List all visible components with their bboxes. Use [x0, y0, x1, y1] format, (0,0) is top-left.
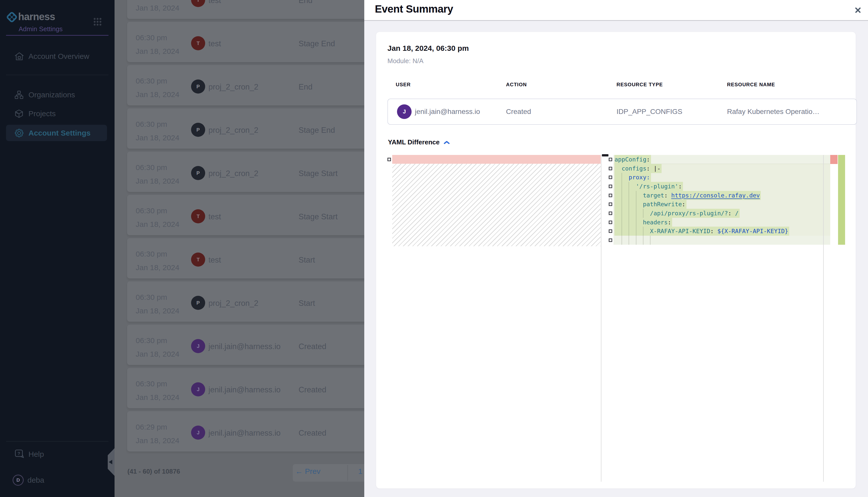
diff-gutter-square-icon [609, 221, 612, 224]
row-action: Stage Start [299, 169, 337, 178]
code-token-punctuation: : [728, 210, 735, 217]
pagination-prev-button[interactable]: ← Prev [295, 467, 320, 475]
row-date: Jan 18, 2024 [136, 177, 179, 185]
row-action: End [299, 0, 313, 5]
module-grid-icon[interactable] [93, 17, 102, 26]
projects-icon [15, 110, 24, 118]
row-date: Jan 18, 2024 [136, 133, 179, 142]
event-date: Jan 18, 2024, 06:30 pm [387, 44, 469, 53]
diff-inserted-chunk: configs: |- [615, 164, 662, 173]
row-action: Start [299, 299, 315, 308]
sidebar-item-organizations[interactable]: Organizations [0, 86, 114, 104]
column-header-action: ACTION [506, 82, 527, 87]
diff-gutter-square-icon [609, 175, 612, 179]
user-name: deba [27, 476, 44, 484]
row-user: proj_2_cron_2 [208, 83, 258, 91]
help-chat-icon: ? [15, 449, 24, 459]
row-user: test [208, 0, 221, 5]
row-action: Stage End [299, 126, 335, 135]
diff-inserted-chunk: X-RAFAY-API-KEYID: ${X-RAFAY-API-KEYID} [615, 227, 789, 236]
sidebar-item-label: Account Settings [28, 129, 91, 137]
event-resource-type: IDP_APP_CONFIGS [617, 108, 682, 116]
event-module: Module: N/A [387, 57, 424, 65]
diff-code-line: X-RAFAY-API-KEYID: ${X-RAFAY-API-KEYID} [615, 227, 830, 236]
pagination-page-1-button[interactable]: 1 [358, 467, 362, 475]
row-avatar: T [191, 36, 205, 50]
row-avatar: J [191, 339, 205, 353]
row-date: Jan 18, 2024 [136, 307, 179, 315]
row-action: Stage Start [299, 212, 337, 221]
code-token-punctuation: : [710, 228, 717, 235]
row-date: Jan 18, 2024 [136, 350, 179, 358]
sidebar-user[interactable]: D deba [0, 471, 114, 489]
diff-code-line: pathRewrite: [615, 200, 830, 209]
column-header-resource-type: RESOURCE TYPE [617, 82, 663, 87]
sidebar-item-help[interactable]: ? Help [0, 445, 114, 463]
code-token-key: pathRewrite [615, 201, 682, 208]
row-time: 06:30 pm [136, 207, 167, 215]
sidebar-item-label: Help [28, 450, 44, 458]
home-icon [15, 52, 24, 61]
row-time: 06:30 pm [136, 120, 167, 129]
event-resource-name: Rafay Kubernetes Operatio… [727, 108, 819, 116]
row-date: Jan 18, 2024 [136, 47, 179, 56]
row-avatar: T [191, 253, 205, 267]
row-action: Created [299, 342, 326, 351]
sidebar: harness Admin Settings Account Overview [0, 0, 114, 497]
event-user-avatar: J [397, 104, 412, 119]
logo-text: harness [18, 11, 55, 23]
row-time: 06:29 pm [136, 423, 167, 431]
row-avatar: J [191, 426, 205, 440]
sidebar-item-label: Projects [28, 110, 56, 118]
row-avatar: P [191, 80, 205, 94]
row-user: test [208, 256, 221, 265]
row-time: 06:30 pm [136, 33, 167, 42]
diff-code-line: configs: |- [615, 164, 830, 173]
diff-empty-hatch [392, 164, 601, 246]
diff-inserted-chunk: /api/proxy/rs-plugin/?: / [615, 209, 740, 218]
code-token-keyword: ${X-RAFAY-API-KEYID} [717, 228, 788, 235]
pagination-button-divider [347, 465, 348, 481]
diff-code-line: target: https://console.rafay.dev [615, 191, 830, 200]
diff-code-line: '/rs-plugin': [615, 182, 830, 191]
pagination: (41 - 60) of 10876 ← Prev 1 [114, 464, 364, 482]
code-token-punctuation: |- [653, 165, 661, 172]
row-date: Jan 18, 2024 [136, 263, 179, 272]
sidebar-item-account-overview[interactable]: Account Overview [0, 47, 114, 65]
row-time: 06:30 pm [136, 336, 167, 345]
row-user: proj_2_cron_2 [208, 126, 258, 135]
sidebar-accent-divider [6, 35, 109, 36]
code-token-punctuation: : [682, 201, 686, 208]
yaml-difference-toggle[interactable]: YAML Difference [388, 138, 450, 146]
indent-guide [643, 227, 644, 245]
row-action: Stage End [299, 39, 335, 48]
chevron-up-icon[interactable] [444, 141, 450, 144]
row-time: 06:30 pm [136, 250, 167, 258]
indent-guide [643, 209, 644, 218]
event-summary-drawer: Event Summary Jan 18, 2024, 06:30 pm Mod… [364, 0, 868, 497]
diff-inserted-line [614, 236, 830, 245]
indent-guide [629, 182, 629, 245]
row-time: 06:30 pm [136, 163, 167, 172]
row-avatar: T [191, 0, 205, 7]
code-token-punctuation: : [646, 165, 653, 172]
row-date: Jan 18, 2024 [136, 220, 179, 229]
close-icon[interactable] [855, 8, 860, 13]
diff-gutter-square-icon [609, 229, 612, 233]
sidebar-item-account-settings[interactable]: Account Settings [0, 124, 114, 142]
diff-removed-line [392, 155, 601, 164]
yaml-difference-label: YAML Difference [388, 138, 440, 146]
row-user: test [208, 39, 221, 48]
row-date: Jan 18, 2024 [136, 90, 179, 99]
diff-code-line: appConfig: [615, 155, 830, 164]
code-token-punctuation: : [664, 192, 671, 199]
collapse-left-icon [109, 460, 112, 464]
diff-gutter-square-icon [609, 185, 612, 188]
indent-guide [636, 191, 636, 245]
code-token-key: configs [615, 165, 646, 172]
diff-sash-handle[interactable] [602, 154, 608, 156]
sidebar-item-projects[interactable]: Projects [0, 105, 114, 123]
diff-sash[interactable] [601, 155, 602, 482]
row-action: Created [299, 385, 326, 394]
diff-code-line: proxy: [615, 173, 830, 182]
